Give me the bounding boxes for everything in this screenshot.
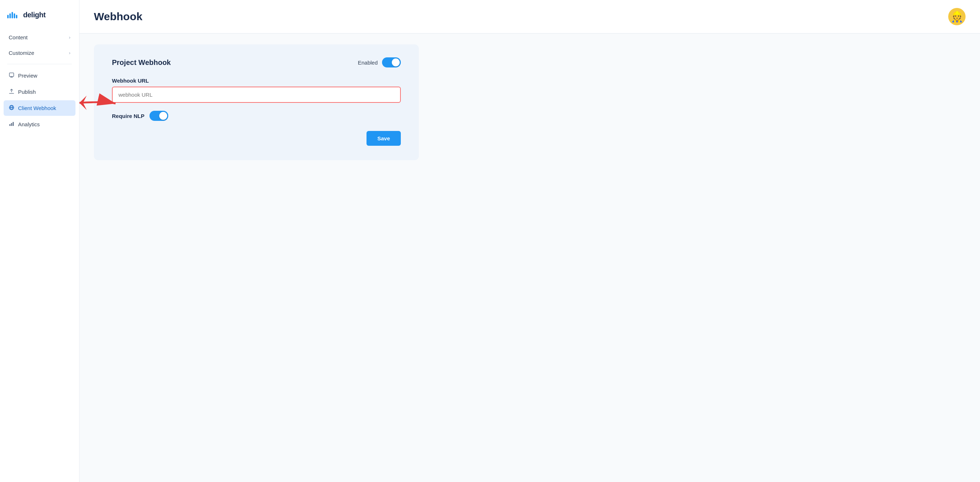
publish-icon <box>9 89 14 95</box>
chevron-right-icon: › <box>69 50 70 55</box>
card-header: Project Webhook Enabled <box>112 57 401 67</box>
sidebar-item-content[interactable]: Content › <box>3 30 75 45</box>
sidebar-divider <box>7 64 72 64</box>
svg-rect-13 <box>13 122 14 126</box>
sidebar: delight Content › Customize › Preview <box>0 0 80 482</box>
sidebar-navigation: Content › Customize › Preview <box>0 30 79 132</box>
enabled-toggle[interactable] <box>382 57 401 67</box>
svg-rect-0 <box>7 15 9 18</box>
require-nlp-row: Require NLP <box>112 111 401 121</box>
svg-rect-11 <box>10 124 11 126</box>
enabled-label: Enabled <box>358 60 378 66</box>
svg-rect-2 <box>11 12 13 18</box>
svg-rect-5 <box>10 73 14 76</box>
svg-rect-3 <box>14 13 15 18</box>
preview-icon <box>9 72 14 79</box>
svg-rect-1 <box>10 13 11 18</box>
sidebar-item-publish[interactable]: Publish <box>3 84 75 100</box>
logo-icon <box>7 11 20 19</box>
main-content: Webhook 👷 Project Webhook Enabled <box>80 0 980 482</box>
sidebar-item-content-label: Content <box>9 34 28 40</box>
require-nlp-label: Require NLP <box>112 113 145 119</box>
sidebar-item-preview[interactable]: Preview <box>3 68 75 83</box>
card-title: Project Webhook <box>112 59 171 67</box>
analytics-icon <box>9 121 14 128</box>
page-title: Webhook <box>94 11 142 23</box>
sidebar-item-publish-label: Publish <box>18 89 36 95</box>
sidebar-item-analytics-label: Analytics <box>18 121 40 127</box>
sidebar-item-client-webhook[interactable]: Client Webhook <box>3 100 75 116</box>
save-area: Save <box>112 131 401 146</box>
webhook-url-input[interactable] <box>112 87 401 103</box>
webhook-url-label: Webhook URL <box>112 78 401 84</box>
logo-text: delight <box>23 11 46 19</box>
svg-rect-4 <box>16 15 18 18</box>
globe-icon <box>9 105 14 111</box>
sidebar-item-customize[interactable]: Customize › <box>3 46 75 60</box>
sidebar-item-analytics[interactable]: Analytics <box>3 117 75 132</box>
sidebar-item-customize-label: Customize <box>9 50 34 56</box>
enabled-toggle-slider <box>382 57 401 67</box>
enabled-area: Enabled <box>358 57 401 67</box>
content-area: Project Webhook Enabled <box>80 33 980 171</box>
avatar[interactable]: 👷 <box>948 8 966 25</box>
avatar-image: 👷 <box>951 11 963 23</box>
header: Webhook 👷 <box>80 0 980 33</box>
webhook-url-section: Webhook URL <box>112 78 401 103</box>
logo: delight <box>0 7 79 30</box>
save-button[interactable]: Save <box>366 131 401 146</box>
require-nlp-toggle[interactable] <box>150 111 168 121</box>
sidebar-item-preview-label: Preview <box>18 73 37 79</box>
sidebar-item-client-webhook-label: Client Webhook <box>18 105 56 111</box>
svg-rect-12 <box>11 123 12 126</box>
nlp-toggle-slider <box>150 111 168 121</box>
chevron-right-icon: › <box>69 35 70 40</box>
webhook-card: Project Webhook Enabled <box>94 44 419 160</box>
